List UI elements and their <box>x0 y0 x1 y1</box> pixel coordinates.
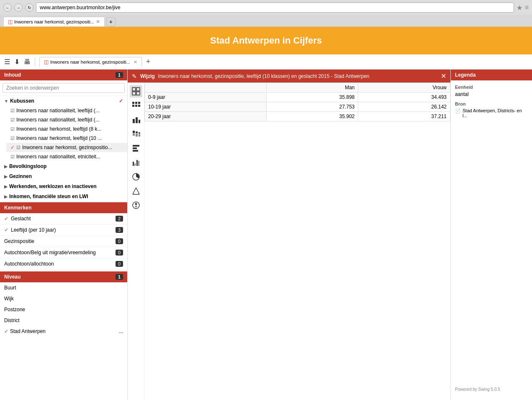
tree-item-5-active[interactable]: ✓ ☑ Inwoners naar herkomst, gezinspositi… <box>6 143 127 152</box>
svg-rect-7 <box>132 105 134 107</box>
svg-rect-18 <box>139 134 140 137</box>
werkenden-arrow: ▶ <box>4 184 8 189</box>
forward-button[interactable]: → <box>14 3 23 12</box>
stacked-bar-button[interactable] <box>130 128 142 140</box>
cube-icon-3: ☑ <box>10 126 15 132</box>
tree-item-4[interactable]: ☑ Inwoners naar herkomst, leeftijd (10 .… <box>6 134 127 143</box>
niveau-label: Niveau <box>4 274 21 280</box>
svg-rect-5 <box>135 102 137 104</box>
tab-close-button[interactable]: ✕ <box>96 19 100 25</box>
edit-icon[interactable]: ✎ <box>132 73 137 80</box>
browser-chrome: ← → ↻ ★ ≡ ◫ Inwoners naar herkomst, gezi… <box>0 0 532 27</box>
active-tab[interactable]: ◫ Inwoners naar herkomst, gezinspositi..… <box>39 57 142 67</box>
bevolkingsloop-label: Bevolkingsloop <box>9 163 46 169</box>
app-header: Stad Antwerpen in Cijfers <box>0 27 532 54</box>
address-bar[interactable] <box>36 3 514 13</box>
svg-rect-21 <box>133 150 138 152</box>
gezinnen-label: Gezinnen <box>9 173 32 179</box>
niveau-postzone[interactable]: Postzone <box>0 304 127 315</box>
row-label-1: 0-9 jaar <box>145 93 267 102</box>
row-label-2: 10-19 jaar <box>145 102 267 112</box>
legend-header: Legenda <box>451 70 532 80</box>
inkomen-arrow: ▶ <box>4 194 8 199</box>
leeftijd-label: Leeftijd (per 10 jaar) <box>11 227 56 233</box>
inkomen-parent[interactable]: ▶ Inkomen, financiële steun en LWI <box>0 191 127 201</box>
gezinspositie-badge: 0 <box>116 238 123 244</box>
back-button[interactable]: ← <box>3 3 12 12</box>
row-man-1: 35.898 <box>266 93 358 102</box>
panel-close-button[interactable]: ✕ <box>441 72 446 80</box>
table-view-button[interactable] <box>130 85 142 98</box>
download-button[interactable]: ⬇ <box>14 58 20 66</box>
werkenden-label: Werkenden, werklozen en inactieven <box>9 183 97 189</box>
print-button[interactable]: 🖶 <box>24 58 31 66</box>
table-row-3: 20-29 jaar 35.902 37.211 <box>145 112 450 121</box>
cube-icon-6: ☑ <box>10 154 15 160</box>
svg-rect-15 <box>136 132 138 133</box>
new-tab-button[interactable]: + <box>106 17 116 26</box>
kenmerk-geslacht[interactable]: ✓ Geslacht 2 <box>0 213 127 225</box>
right-sidebar: Legenda Eenheid aantal Bron 📄 Stad Antwe… <box>450 70 532 400</box>
compass-button[interactable] <box>130 199 142 212</box>
panel-title: Inwoners naar herkomst, gezinspositie, l… <box>158 73 370 79</box>
niveau-district[interactable]: District <box>0 315 127 326</box>
app-title: Stad Antwerpen in Cijfers <box>8 35 524 46</box>
niveau-stad[interactable]: ✓ Stad Antwerpen ... <box>0 326 127 337</box>
niveau-buurt[interactable]: Buurt <box>0 282 127 293</box>
kenmerk-autochtoon-belg[interactable]: Autochtoon/Belg uit migratie/vreemdeling… <box>0 247 127 258</box>
eenheid-value: aantal <box>455 91 528 97</box>
active-tab-close[interactable]: ✕ <box>134 59 137 65</box>
leeftijd-badge: 3 <box>116 227 123 233</box>
segmented-button[interactable] <box>130 142 142 155</box>
svg-rect-23 <box>134 163 136 166</box>
hamburger-icon[interactable]: ☰ <box>4 58 10 66</box>
refresh-button[interactable]: ↻ <box>25 3 33 12</box>
kenmerk-gezinspositie[interactable]: Gezinspositie 0 <box>0 236 127 247</box>
main-toolbar: ☰ ⬇ 🖶 ◫ Inwoners naar herkomst, gezinspo… <box>0 54 532 70</box>
niveau-header: Niveau 1 <box>0 271 127 282</box>
svg-rect-4 <box>132 102 134 104</box>
postzone-label: Postzone <box>4 307 25 312</box>
bron-label: Bron <box>455 101 528 106</box>
data-table: Man Vrouw 0-9 jaar 35.898 34.493 10-19 j… <box>144 83 450 121</box>
svg-rect-8 <box>135 105 137 107</box>
wijzig-label[interactable]: Wijzig <box>140 73 155 79</box>
pie-chart-button[interactable] <box>130 170 142 183</box>
bar-chart-button[interactable] <box>130 114 142 126</box>
tree-item-3[interactable]: ☑ Inwoners naar herkomst, leeftijd (8 k.… <box>6 124 127 134</box>
menu-icon[interactable]: ≡ <box>525 4 529 11</box>
bookmark-icon[interactable]: ★ <box>517 4 522 12</box>
kenmerk-leeftijd[interactable]: ✓ Leeftijd (per 10 jaar) 3 <box>0 225 127 236</box>
kenmerk-autochtoon-alloc[interactable]: Autochtoon/allochtoon 0 <box>0 258 127 270</box>
tree-item-6[interactable]: ☑ Inwoners naar nationaliteit, etnicitei… <box>6 152 127 161</box>
svg-rect-9 <box>138 105 140 107</box>
kubussen-parent[interactable]: ▼ Kubussen ✓ <box>0 96 127 106</box>
tree-item-2[interactable]: ☑ Inwoners naar nationaliteit, leeftijd … <box>6 115 127 124</box>
cube-icon-5: ☑ <box>16 145 21 150</box>
cube-icon-2: ☑ <box>10 117 15 123</box>
browser-tab[interactable]: ◫ Inwoners naar herkomst, gezinspositi..… <box>3 17 105 26</box>
svg-rect-10 <box>133 119 135 123</box>
tree-item-1[interactable]: ☑ Inwoners naar nationaliteit, leeftijd … <box>6 106 127 115</box>
bevolkingsloop-arrow: ▶ <box>4 164 8 169</box>
chart-toolbar <box>128 83 144 400</box>
autochtoon-belg-label: Autochtoon/Belg uit migratie/vreemdeling <box>4 250 96 255</box>
werkenden-parent[interactable]: ▶ Werkenden, werklozen en inactieven <box>0 181 127 191</box>
cube-icon-1: ☑ <box>10 108 15 114</box>
niveau-badge: 1 <box>116 274 123 280</box>
cross-chart-button[interactable] <box>130 185 142 197</box>
bevolkingsloop-parent[interactable]: ▶ Bevolkingsloop <box>0 161 127 171</box>
niveau-wijk[interactable]: Wijk <box>0 293 127 304</box>
kubussen-check: ✓ <box>119 98 123 104</box>
tab-label: Inwoners naar herkomst, gezinspositi... <box>14 19 94 24</box>
svg-rect-6 <box>138 102 140 104</box>
row-label-3: 20-29 jaar <box>145 112 267 121</box>
bron-doc-icon: 📄 <box>455 108 461 114</box>
add-tab-button[interactable]: + <box>146 57 151 66</box>
gezinnen-parent[interactable]: ▶ Gezinnen <box>0 171 127 181</box>
search-input[interactable] <box>3 83 125 93</box>
grid-view-button[interactable] <box>130 99 142 112</box>
grouped-bar-button[interactable] <box>130 156 142 169</box>
svg-rect-13 <box>133 131 135 133</box>
stad-dots[interactable]: ... <box>119 328 123 334</box>
